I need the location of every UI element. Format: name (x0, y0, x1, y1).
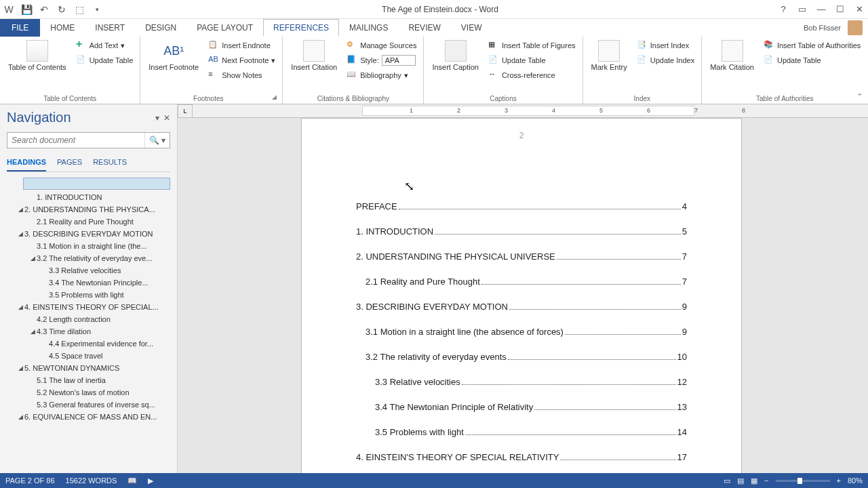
update-table-button[interactable]: 📄Update Table (73, 54, 136, 67)
nav-dropdown-icon[interactable]: ▾ (155, 113, 159, 123)
show-notes-button[interactable]: ≡Show Notes (205, 68, 278, 82)
tab-view[interactable]: VIEW (451, 19, 492, 37)
spellcheck-icon[interactable]: 📖 (127, 476, 137, 485)
minimize-icon[interactable]: — (815, 3, 827, 16)
add-text-button[interactable]: ✚Add Text ▾ (73, 39, 136, 52)
undo-icon[interactable]: ↶ (38, 3, 50, 16)
nav-blank-heading[interactable] (23, 178, 170, 190)
status-page[interactable]: PAGE 2 OF 86 (5, 476, 55, 485)
zoom-slider[interactable] (776, 480, 830, 482)
insert-table-of-figures-button[interactable]: ▦Insert Table of Figures (486, 39, 578, 52)
mark-citation-button[interactable]: Mark Citation (706, 39, 758, 73)
nav-item[interactable]: ◢3.2 The relativity of everyday eve... (7, 252, 170, 264)
nav-item[interactable]: 4.2 Length contraction (7, 313, 170, 325)
nav-item[interactable]: 3.1 Motion in a straight line (the... (7, 240, 170, 252)
nav-item[interactable]: 1. INTRODUCTION (7, 191, 170, 203)
toc-entry[interactable]: 3.1 Motion in a straight line (the absen… (356, 327, 687, 337)
toc-entry[interactable]: 2. UNDERSTANDING THE PHYSICAL UNIVERSE7 (356, 251, 687, 262)
view-read-icon[interactable]: ▭ (724, 476, 730, 485)
zoom-out-icon[interactable]: − (764, 476, 768, 485)
status-words[interactable]: 15622 WORDS (66, 476, 117, 485)
document-page[interactable]: 2 PREFACE41. INTRODUCTION52. UNDERSTANDI… (301, 118, 742, 473)
table-of-contents-button[interactable]: Table of Contents (4, 39, 71, 73)
document-area[interactable]: L 12345678 2 PREFACE41. INTRODUCTION52. … (178, 104, 868, 473)
view-web-icon[interactable]: ▦ (751, 476, 757, 485)
maximize-icon[interactable]: ☐ (834, 3, 846, 16)
cross-reference-button[interactable]: ↔Cross-reference (486, 68, 578, 82)
insert-caption-button[interactable]: Insert Caption (428, 39, 482, 73)
nav-close-icon[interactable]: ✕ (163, 113, 170, 123)
nav-item[interactable]: 5.1 The law of inertia (7, 374, 170, 386)
nav-item[interactable]: ◢2. UNDERSTANDING THE PHYSICA... (7, 203, 170, 216)
nav-item[interactable]: ◢5. NEWTONIAN DYNAMICS (7, 362, 170, 374)
touch-mode-icon[interactable]: ⬚ (73, 3, 85, 16)
horizontal-ruler[interactable]: 12345678 (193, 104, 868, 118)
nav-item[interactable]: 4.4 Experimental evidence for... (7, 338, 170, 350)
nav-item[interactable]: 3.5 Problems with light (7, 289, 170, 301)
zoom-level[interactable]: 80% (848, 476, 863, 485)
navigation-pane: Navigation ▾ ✕ 🔍 ▾ HEADINGSPAGESRESULTS … (0, 104, 178, 473)
tab-references[interactable]: REFERENCES (263, 19, 339, 37)
footnotes-launcher-icon[interactable]: ◢ (272, 94, 278, 102)
macro-icon[interactable]: ▶ (148, 476, 153, 485)
user-name[interactable]: Bob Flisser (804, 24, 841, 32)
nav-item[interactable]: ◢4. EINSTEIN'S THEORY OF SPECIAL... (7, 301, 170, 313)
update-index-button[interactable]: 📄Update Index (634, 54, 697, 67)
ruler-corner[interactable]: L (178, 104, 193, 118)
next-footnote-button[interactable]: ABNext Footnote ▾ (205, 54, 278, 67)
nav-item[interactable]: 2.1 Reality and Pure Thought (7, 216, 170, 228)
nav-item[interactable]: ◢4.3 Time dilation (7, 325, 170, 338)
mark-entry-button[interactable]: Mark Entry (587, 39, 631, 73)
search-icon[interactable]: 🔍 ▾ (144, 133, 170, 148)
nav-item[interactable]: ◢6. EQUIVALENCE OF MASS AND EN... (7, 411, 170, 423)
nav-tab-pages[interactable]: PAGES (57, 155, 82, 171)
nav-item[interactable]: 3.4 The Newtonian Principle... (7, 277, 170, 289)
insert-footnote-button[interactable]: AB¹ Insert Footnote (144, 39, 203, 73)
ribbon-options-icon[interactable]: ▭ (796, 3, 808, 16)
toc-entry[interactable]: 3.3 Relative velocities12 (356, 377, 687, 387)
tab-home[interactable]: HOME (40, 19, 85, 37)
nav-tab-results[interactable]: RESULTS (93, 155, 127, 171)
close-icon[interactable]: ✕ (853, 3, 865, 16)
zoom-in-icon[interactable]: + (837, 476, 841, 485)
insert-citation-button[interactable]: Insert Citation (287, 39, 341, 73)
view-print-icon[interactable]: ▤ (737, 476, 744, 485)
save-icon[interactable]: 💾 (20, 3, 33, 16)
nav-tab-headings[interactable]: HEADINGS (7, 155, 46, 171)
insert-endnote-button[interactable]: 📋Insert Endnote (205, 39, 278, 52)
collapse-ribbon-icon[interactable]: ⌃ (856, 92, 863, 101)
update-authorities-button[interactable]: 📄Update Table (761, 54, 863, 67)
toc-entry[interactable]: 1. INTRODUCTION5 (356, 226, 687, 237)
toc-entry[interactable]: 2.1 Reality and Pure Thought7 (356, 277, 687, 287)
tab-insert[interactable]: INSERT (85, 19, 135, 37)
nav-search[interactable]: 🔍 ▾ (7, 132, 170, 148)
update-captions-button[interactable]: 📄Update Table (486, 54, 578, 67)
redo-icon[interactable]: ↻ (56, 3, 68, 16)
tab-design[interactable]: DESIGN (135, 19, 186, 37)
tab-mailings[interactable]: MAILINGS (339, 19, 398, 37)
qat-dropdown-icon[interactable]: ▾ (91, 3, 103, 16)
nav-item[interactable]: 3.3 Relative velocities (7, 264, 170, 277)
nav-item[interactable]: 5.2 Newton's laws of motion (7, 386, 170, 399)
nav-item[interactable]: ◢3. DESCRIBING EVERYDAY MOTION (7, 228, 170, 240)
nav-item[interactable]: 5.3 General features of inverse sq... (7, 399, 170, 411)
nav-item[interactable]: 4.5 Space travel (7, 350, 170, 362)
tab-page-layout[interactable]: PAGE LAYOUT (186, 19, 263, 37)
help-icon[interactable]: ? (777, 3, 789, 16)
manage-sources-button[interactable]: ⚙Manage Sources (344, 39, 419, 52)
style-selector[interactable]: 📘Style: APA (344, 54, 419, 67)
toc-entry[interactable]: 3. DESCRIBING EVERYDAY MOTION9 (356, 302, 687, 312)
bibliography-button[interactable]: 📖Bibliography ▾ (344, 68, 419, 82)
insert-authorities-button[interactable]: 📚Insert Table of Authorities (761, 39, 863, 52)
toc-entry[interactable]: 3.5 Problems with light14 (356, 427, 687, 437)
toc-entry[interactable]: PREFACE4 (356, 201, 687, 211)
insert-index-button[interactable]: 📑Insert Index (634, 39, 697, 52)
search-input[interactable] (7, 133, 144, 148)
toc-entry[interactable]: 3.4 The Newtonian Principle of Relativit… (356, 402, 687, 412)
toc-entry[interactable]: 4. EINSTEIN'S THEORY OF SPECIAL RELATIVI… (356, 452, 687, 462)
toc-entry[interactable]: 3.2 The relativity of everyday events10 (356, 352, 687, 362)
tab-file[interactable]: FILE (0, 19, 40, 37)
avatar[interactable] (848, 20, 863, 35)
word-icon[interactable]: W (3, 3, 15, 16)
tab-review[interactable]: REVIEW (398, 19, 450, 37)
